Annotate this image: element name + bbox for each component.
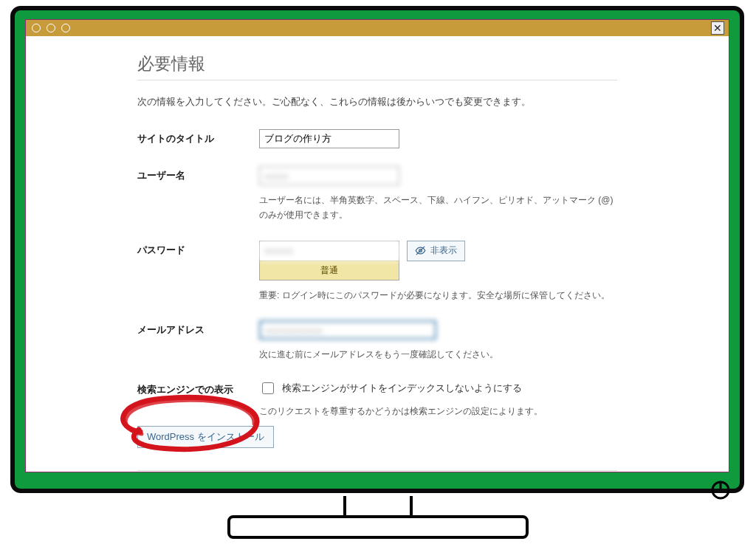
window-dot-icon (32, 24, 41, 32)
search-visibility-option[interactable]: 検索エンジンがサイトをインデックスしないようにする (259, 380, 617, 396)
window-dot-icon (47, 24, 55, 32)
row-username: ユーザー名 ユーザー名には、半角英数字、スペース、下線、ハイフン、ピリオド、アッ… (137, 166, 617, 223)
password-field-group: 普通 (259, 241, 399, 280)
label-search-visibility: 検索エンジンでの表示 (137, 380, 252, 396)
search-visibility-checkbox-label: 検索エンジンがサイトをインデックスしないようにする (282, 382, 522, 395)
screen-content: 必要情報 次の情報を入力してください。ご心配なく、これらの情報は後からいつでも変… (26, 36, 729, 472)
window-title-bar: ✕ (26, 20, 729, 37)
row-site-title: サイトのタイトル (137, 129, 617, 148)
password-input[interactable] (260, 241, 399, 261)
monitor-frame: ✕ 必要情報 次の情報を入力してください。ご心配なく、これらの情報は後からいつで… (10, 6, 744, 493)
monitor-stand-base (227, 515, 529, 539)
page-title: 必要情報 (137, 52, 617, 75)
password-note: 重要: ログイン時にこのパスワードが必要になります。安全な場所に保管してください… (259, 288, 617, 303)
row-email: メールアドレス 次に進む前にメールアドレスをもう一度確認してください。 (137, 320, 617, 362)
email-input[interactable] (259, 320, 436, 340)
intro-text: 次の情報を入力してください。ご心配なく、これらの情報は後からいつでも変更できます… (137, 95, 617, 109)
screen: ✕ 必要情報 次の情報を入力してください。ご心配なく、これらの情報は後からいつで… (25, 19, 729, 472)
search-visibility-note: このリクエストを尊重するかどうかは検索エンジンの設定によります。 (259, 404, 617, 419)
install-wordpress-button[interactable]: WordPress をインストール (137, 426, 274, 448)
label-site-title: サイトのタイトル (137, 129, 252, 145)
hide-password-label: 非表示 (430, 244, 457, 257)
hide-password-button[interactable]: 非表示 (407, 241, 465, 261)
power-button-icon (710, 480, 731, 500)
email-hint: 次に進む前にメールアドレスをもう一度確認してください。 (259, 347, 617, 362)
username-input[interactable] (259, 166, 399, 185)
password-strength-badge: 普通 (260, 261, 399, 280)
eye-off-icon (415, 245, 426, 256)
close-icon: ✕ (713, 22, 722, 34)
window-close-button[interactable]: ✕ (711, 21, 724, 35)
label-email: メールアドレス (137, 320, 252, 337)
label-username: ユーザー名 (137, 166, 252, 182)
window-traffic-lights (32, 24, 70, 32)
row-password: パスワード 普通 (137, 241, 617, 303)
divider (137, 80, 617, 80)
window-dot-icon (61, 24, 70, 32)
label-password: パスワード (137, 241, 252, 257)
row-search-visibility: 検索エンジンでの表示 検索エンジンがサイトをインデックスしないようにする このリ… (137, 380, 617, 419)
search-visibility-checkbox[interactable] (262, 382, 274, 394)
divider (137, 470, 617, 471)
site-title-input[interactable] (259, 129, 399, 148)
username-hint: ユーザー名には、半角英数字、スペース、下線、ハイフン、ピリオド、アットマーク (… (259, 193, 617, 223)
